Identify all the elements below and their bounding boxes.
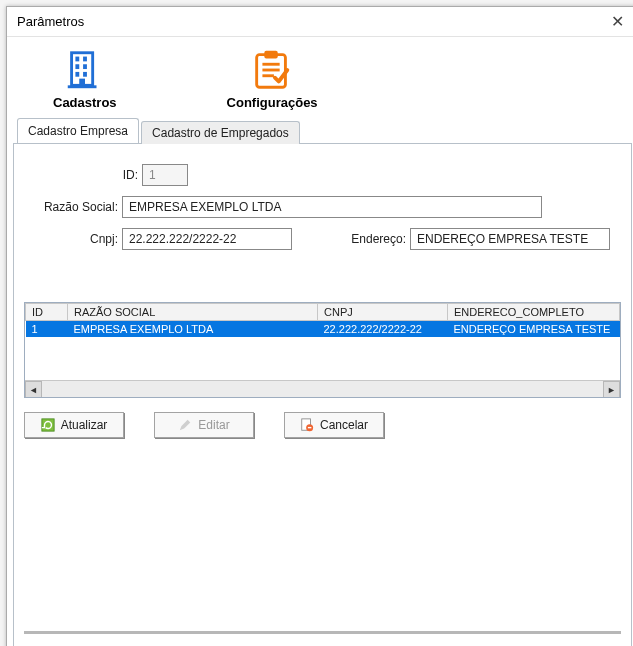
titlebar: Parâmetros ✕	[7, 7, 633, 37]
cell-cnpj: 22.222.222/2222-22	[318, 321, 448, 338]
svg-rect-4	[83, 64, 87, 69]
svg-rect-1	[75, 57, 79, 62]
tab-cadastro-empresa[interactable]: Cadastro Empresa	[17, 118, 139, 143]
cnpj-field[interactable]	[122, 228, 292, 250]
big-tabs: Cadastros Configurações	[13, 41, 632, 114]
col-id[interactable]: ID	[26, 304, 68, 321]
client-area: Cadastros Configurações Cadastr	[7, 37, 633, 646]
col-razao[interactable]: RAZÃO SOCIAL	[68, 304, 318, 321]
refresh-icon	[41, 418, 55, 432]
window-parametros: Parâmetros ✕	[6, 6, 633, 646]
panel-bottom-line	[24, 631, 621, 634]
col-cnpj[interactable]: CNPJ	[318, 304, 448, 321]
scroll-left-icon[interactable]: ◄	[25, 381, 42, 398]
clipboard-check-icon	[249, 47, 295, 93]
table-row[interactable]: 1 EMPRESA EXEMPLO LTDA 22.222.222/2222-2…	[26, 321, 620, 338]
cell-razao: EMPRESA EXEMPLO LTDA	[68, 321, 318, 338]
razao-social-field[interactable]	[122, 196, 542, 218]
svg-rect-6	[83, 72, 87, 77]
pencil-icon	[178, 418, 192, 432]
cell-endereco: ENDEREÇO EMPRESA TESTE	[448, 321, 620, 338]
label-razao: Razão Social:	[28, 200, 118, 214]
tab-panel-empresa: ID: Razão Social: Cnpj: Endereço:	[13, 144, 632, 646]
bigtab-config-label: Configurações	[227, 95, 318, 110]
tab-cadastro-empregados[interactable]: Cadastro de Empregados	[141, 121, 300, 144]
cancelar-button[interactable]: Cancelar	[284, 412, 384, 438]
cancel-icon	[300, 418, 314, 432]
buttons-row: Atualizar Editar Cancelar	[24, 404, 621, 438]
form-area: ID: Razão Social: Cnpj: Endereço:	[24, 156, 621, 296]
cell-id: 1	[26, 321, 68, 338]
svg-marker-15	[180, 420, 191, 431]
building-icon	[62, 47, 108, 93]
tabstrip: Cadastro Empresa Cadastro de Empregados	[13, 118, 632, 144]
svg-rect-5	[75, 72, 79, 77]
id-field[interactable]	[142, 164, 188, 186]
close-icon[interactable]: ✕	[606, 12, 628, 31]
grid-empresas[interactable]: ID RAZÃO SOCIAL CNPJ ENDERECO_COMPLETO 1…	[24, 302, 621, 398]
bigtab-cadastros[interactable]: Cadastros	[53, 47, 117, 110]
scroll-right-icon[interactable]: ►	[603, 381, 620, 398]
bigtab-config[interactable]: Configurações	[227, 47, 318, 110]
svg-rect-3	[75, 64, 79, 69]
atualizar-button[interactable]: Atualizar	[24, 412, 124, 438]
window-title: Parâmetros	[17, 14, 606, 29]
svg-rect-14	[42, 419, 54, 431]
endereco-field[interactable]	[410, 228, 610, 250]
atualizar-label: Atualizar	[61, 418, 108, 432]
svg-rect-10	[264, 51, 277, 59]
svg-rect-8	[68, 85, 97, 88]
label-cnpj: Cnpj:	[28, 232, 118, 246]
editar-button: Editar	[154, 412, 254, 438]
label-id: ID:	[28, 168, 138, 182]
cancelar-label: Cancelar	[320, 418, 368, 432]
label-endereco: Endereço:	[306, 232, 406, 246]
bigtab-cadastros-label: Cadastros	[53, 95, 117, 110]
h-scrollbar[interactable]: ◄ ►	[25, 380, 620, 397]
svg-rect-7	[79, 79, 85, 86]
grid-header-row: ID RAZÃO SOCIAL CNPJ ENDERECO_COMPLETO	[26, 304, 620, 321]
col-endereco[interactable]: ENDERECO_COMPLETO	[448, 304, 620, 321]
editar-label: Editar	[198, 418, 229, 432]
svg-rect-2	[83, 57, 87, 62]
